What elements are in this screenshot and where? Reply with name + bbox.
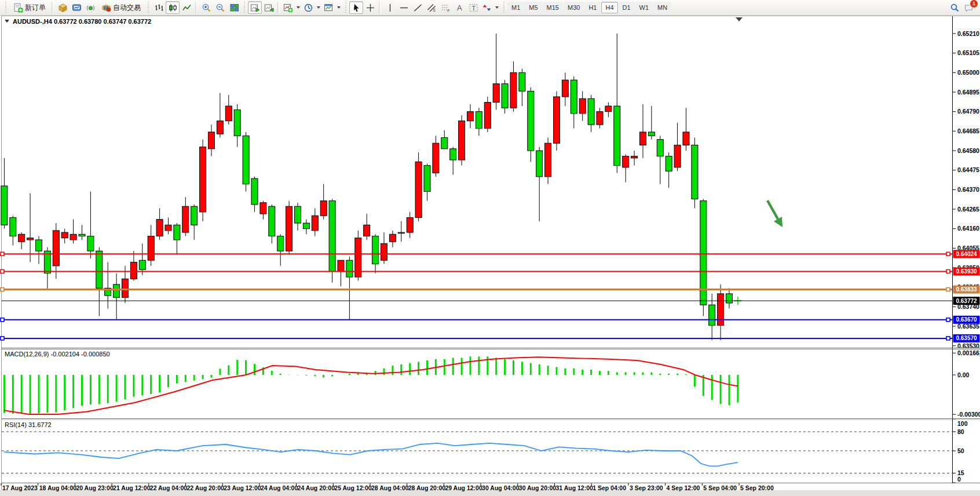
candle-body <box>692 145 698 199</box>
hline-handle[interactable] <box>946 252 950 256</box>
candle-body <box>217 121 223 134</box>
timeframe-button-H4[interactable]: H4 <box>601 2 617 13</box>
timeframe-button-H1[interactable]: H1 <box>584 2 601 13</box>
search-button[interactable] <box>948 1 961 14</box>
auto-scroll-button[interactable] <box>248 1 262 14</box>
time-tick-label: 21 Aug 12:00 <box>113 484 151 491</box>
arrows-icon <box>482 3 492 13</box>
channel-icon: E <box>427 3 437 13</box>
candle-body <box>381 243 387 260</box>
toolbar-grip[interactable] <box>344 2 348 13</box>
line-chart-button[interactable] <box>180 1 193 14</box>
candle-body <box>528 91 534 151</box>
candle-body <box>536 151 543 177</box>
crosshair-button[interactable] <box>363 1 377 14</box>
timeframe-button-MN[interactable]: MN <box>653 2 671 13</box>
symbol-ohlc-label: AUDUSD-,H4 0.63772 0.63780 0.63747 0.637… <box>13 18 151 25</box>
candle-body <box>225 106 232 121</box>
hline-handle[interactable] <box>946 269 950 273</box>
bottom-strip <box>0 490 980 496</box>
candle-body <box>665 156 672 172</box>
equidistant-channel-button[interactable]: E <box>425 1 438 14</box>
autotrading-button[interactable]: 自动交易 <box>97 1 145 14</box>
toolbar-separator <box>52 2 54 13</box>
candle-body <box>433 143 439 173</box>
zoom-in-button[interactable] <box>199 1 213 14</box>
candle-body <box>597 112 603 125</box>
time-tick-label: 28 Aug 04:00 <box>371 484 409 491</box>
time-axis[interactable]: 17 Aug 202318 Aug 04:0020 Aug 23:0021 Au… <box>1 483 774 491</box>
hline-handle[interactable] <box>1 318 4 322</box>
mt4-window: 新订单 <box>0 0 980 496</box>
terminal-icon <box>72 3 82 13</box>
zoom-out-icon <box>215 3 225 13</box>
toolbar-grip[interactable] <box>147 2 150 13</box>
candle-body <box>312 216 318 231</box>
hline-handle[interactable] <box>946 337 950 340</box>
timeframe-button-M30[interactable]: M30 <box>564 2 584 13</box>
zoom-out-button[interactable] <box>213 1 227 14</box>
candle-body <box>251 178 258 205</box>
candle-body <box>545 143 551 177</box>
terminal-button[interactable] <box>70 1 83 14</box>
toolbar-grip[interactable] <box>502 2 506 13</box>
price-tick-label: 0.64895 <box>957 89 979 96</box>
signals-button[interactable] <box>83 1 97 14</box>
tile-windows-button[interactable] <box>227 1 241 14</box>
candle-body <box>130 262 137 279</box>
candle-body <box>398 232 404 234</box>
macd-tick-label: 0.00 <box>957 371 970 378</box>
symbol-overlay: AUDUSD-,H4 0.63772 0.63780 0.63747 0.637… <box>5 18 151 25</box>
cursor-button[interactable] <box>349 1 363 14</box>
hline-handle[interactable] <box>1 337 4 340</box>
hline-handle[interactable] <box>1 288 4 291</box>
hline-handle[interactable] <box>946 318 950 322</box>
clock-icon <box>303 3 313 13</box>
fibonacci-button[interactable]: F <box>438 1 452 14</box>
candle-body <box>389 234 396 242</box>
text-label-button[interactable]: T <box>466 1 480 14</box>
candle-body <box>484 103 491 129</box>
horizontal-line-button[interactable] <box>397 1 411 14</box>
toolbar-grip[interactable] <box>243 2 246 13</box>
indicators-button[interactable] <box>281 1 302 14</box>
candlestick-chart-button[interactable] <box>166 1 180 14</box>
market-watch-button[interactable] <box>56 1 70 14</box>
candle-body <box>234 110 240 136</box>
candlestick-icon <box>168 3 178 13</box>
candle-body <box>407 217 413 232</box>
crosshair-icon <box>365 3 375 13</box>
candle-body <box>70 234 76 240</box>
notification-badge: 1 <box>970 0 978 8</box>
bar-chart-button[interactable] <box>152 1 166 14</box>
trendline-button[interactable] <box>411 1 425 14</box>
label-tool-glyph: T <box>471 4 476 11</box>
candle-body <box>709 305 715 325</box>
toolbar-separator <box>379 2 381 13</box>
timeframe-button-M15[interactable]: M15 <box>543 2 563 13</box>
indicators-icon <box>283 3 293 13</box>
chart-shift-button[interactable] <box>262 1 276 14</box>
periods-button[interactable] <box>302 1 322 14</box>
chart-area[interactable]: 0.652100.651050.650000.648950.647900.646… <box>0 0 980 496</box>
candle-body <box>450 149 456 160</box>
candle-body <box>493 84 499 103</box>
toolbar-separator <box>195 2 198 13</box>
toolbar: 新订单 <box>0 0 980 16</box>
hline-handle[interactable] <box>1 269 4 273</box>
hline-handle[interactable] <box>946 288 950 291</box>
vertical-line-button[interactable] <box>383 1 397 14</box>
timeframe-button-W1[interactable]: W1 <box>635 2 653 13</box>
timeframe-toolbar: M1M5M15M30H1H4D1W1MN <box>507 2 671 13</box>
candle-body <box>372 236 379 264</box>
text-button[interactable]: A <box>452 1 466 14</box>
hline-handle[interactable] <box>1 252 4 256</box>
templates-button[interactable] <box>322 1 342 14</box>
timeframe-button-M5[interactable]: M5 <box>525 2 542 13</box>
timeframe-button-D1[interactable]: D1 <box>619 2 635 13</box>
toolbar-grip[interactable] <box>4 2 8 13</box>
arrows-button[interactable] <box>480 1 500 14</box>
new-order-button[interactable]: 新订单 <box>9 1 50 14</box>
timeframe-button-M1[interactable]: M1 <box>507 2 524 13</box>
notifications-button[interactable]: 1 <box>961 1 975 14</box>
